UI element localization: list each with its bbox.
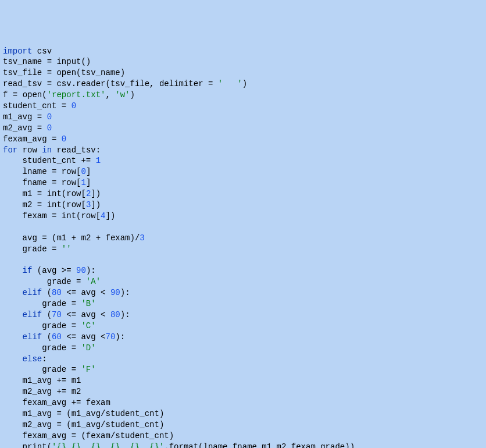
code-line: tsv_name = input() (3, 56, 483, 67)
code-line: m2_avg = 0 (3, 123, 483, 134)
code-line: m1_avg += m1 (3, 375, 483, 386)
code-line: fexam_avg = 0 (3, 134, 483, 145)
code-line: student_cnt += 1 (3, 155, 483, 166)
code-line: lname = row[0] (3, 166, 483, 177)
code-line: elif (60 <= avg <70): (3, 332, 483, 343)
code-line: fexam = int(row[4]) (3, 211, 483, 222)
code-line: f = open('report.txt', 'w') (3, 90, 483, 101)
code-line: grade = 'F' (3, 364, 483, 375)
code-line: grade = 'D' (3, 343, 483, 354)
code-line: student_cnt = 0 (3, 101, 483, 112)
code-line: elif (80 <= avg < 90): (3, 287, 483, 298)
code-line: elif (70 <= avg < 80): (3, 310, 483, 321)
code-line: avg = (m1 + m2 + fexam)/3 (3, 233, 483, 244)
code-line: m1_avg = 0 (3, 112, 483, 123)
code-line: tsv_file = open(tsv_name) (3, 67, 483, 79)
code-line: m2 = int(row[3]) (3, 200, 483, 211)
code-line: import csv (3, 46, 483, 57)
code-line (3, 254, 483, 265)
code-line: print('{} {} {} {} {} {}'.format(lname,f… (3, 442, 483, 448)
code-line: m2_avg = (m1_avg/student_cnt) (3, 419, 483, 431)
code-block: import csvtsv_name = input()tsv_file = o… (3, 46, 483, 448)
code-line: fexam_avg += fexam (3, 397, 483, 408)
code-line: else: (3, 354, 483, 365)
code-line: for row in read_tsv: (3, 145, 483, 156)
code-line: fname = row[1] (3, 177, 483, 189)
code-line: grade = 'A' (3, 276, 483, 287)
code-line: grade = '' (3, 244, 483, 255)
code-line: grade = 'C' (3, 321, 483, 332)
code-line: fexam_avg = (fexam/student_cnt) (3, 431, 483, 442)
code-line: if (avg >= 90): (3, 265, 483, 276)
code-line: read_tsv = csv.reader(tsv_file, delimite… (3, 79, 483, 90)
code-line: grade = 'B' (3, 298, 483, 310)
code-line: m2_avg += m2 (3, 386, 483, 397)
code-line: m1 = int(row[2]) (3, 189, 483, 200)
code-line: m1_avg = (m1_avg/student_cnt) (3, 408, 483, 419)
code-line (3, 222, 483, 233)
